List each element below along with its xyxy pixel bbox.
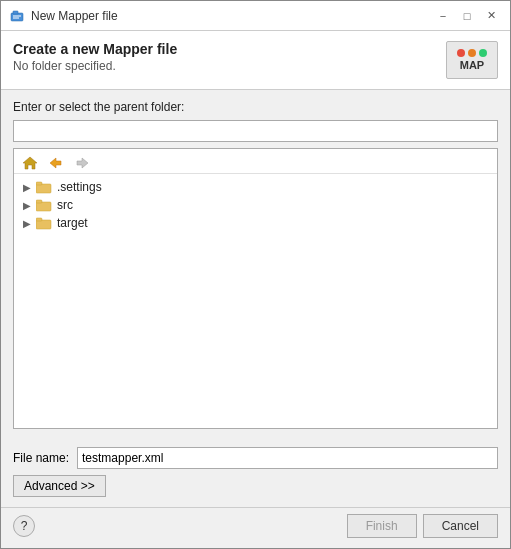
svg-rect-7 — [36, 184, 51, 193]
folder-icon-settings — [36, 180, 52, 194]
svg-rect-1 — [13, 11, 18, 14]
footer: ? Finish Cancel — [1, 507, 510, 548]
forward-button[interactable] — [72, 155, 92, 171]
bottom-area: File name: Advanced >> — [1, 439, 510, 507]
tree-item-settings[interactable]: ▶ .settings — [14, 178, 497, 196]
filename-input[interactable] — [77, 447, 498, 469]
close-button[interactable]: ✕ — [480, 5, 502, 27]
folder-icon-src — [36, 198, 52, 212]
tree-item-label-src: src — [57, 198, 73, 212]
minimize-button[interactable]: − — [432, 5, 454, 27]
chevron-icon-src: ▶ — [20, 198, 34, 212]
advanced-button[interactable]: Advanced >> — [13, 475, 106, 497]
svg-rect-12 — [36, 218, 42, 221]
tree-item-src[interactable]: ▶ src — [14, 196, 497, 214]
tree-item-target[interactable]: ▶ target — [14, 214, 497, 232]
title-bar: New Mapper file − □ ✕ — [1, 1, 510, 31]
maximize-button[interactable]: □ — [456, 5, 478, 27]
window-title: New Mapper file — [31, 9, 432, 23]
svg-marker-4 — [23, 157, 37, 169]
filename-label: File name: — [13, 451, 69, 465]
content-area: Enter or select the parent folder: — [1, 90, 510, 439]
folder-icon-target — [36, 216, 52, 230]
svg-rect-10 — [36, 200, 42, 203]
finish-button[interactable]: Finish — [347, 514, 417, 538]
tree-container: ▶ .settings ▶ — [13, 148, 498, 429]
filename-row: File name: — [13, 447, 498, 469]
chevron-icon-settings: ▶ — [20, 180, 34, 194]
svg-rect-11 — [36, 220, 51, 229]
tree-toolbar — [14, 153, 497, 174]
tree-item-label-settings: .settings — [57, 180, 102, 194]
window-controls: − □ ✕ — [432, 5, 502, 27]
dot-orange — [468, 49, 476, 57]
home-button[interactable] — [20, 155, 40, 171]
help-button[interactable]: ? — [13, 515, 35, 537]
header-text: Create a new Mapper file No folder speci… — [13, 41, 177, 73]
chevron-icon-target: ▶ — [20, 216, 34, 230]
folder-label: Enter or select the parent folder: — [13, 100, 498, 114]
map-dots — [457, 49, 487, 57]
dot-green — [479, 49, 487, 57]
dot-red — [457, 49, 465, 57]
footer-buttons: Finish Cancel — [347, 514, 498, 538]
map-label: MAP — [460, 59, 484, 71]
tree-items: ▶ .settings ▶ — [14, 174, 497, 236]
map-badge: MAP — [446, 41, 498, 79]
svg-rect-8 — [36, 182, 42, 185]
new-mapper-window: New Mapper file − □ ✕ Create a new Mappe… — [0, 0, 511, 549]
back-button[interactable] — [46, 155, 66, 171]
header-panel: Create a new Mapper file No folder speci… — [1, 31, 510, 90]
tree-item-label-target: target — [57, 216, 88, 230]
folder-input[interactable] — [13, 120, 498, 142]
svg-marker-6 — [77, 158, 88, 168]
header-subtitle: No folder specified. — [13, 59, 177, 73]
cancel-button[interactable]: Cancel — [423, 514, 498, 538]
window-icon — [9, 8, 25, 24]
svg-marker-5 — [50, 158, 61, 168]
svg-rect-9 — [36, 202, 51, 211]
dialog-title: Create a new Mapper file — [13, 41, 177, 57]
